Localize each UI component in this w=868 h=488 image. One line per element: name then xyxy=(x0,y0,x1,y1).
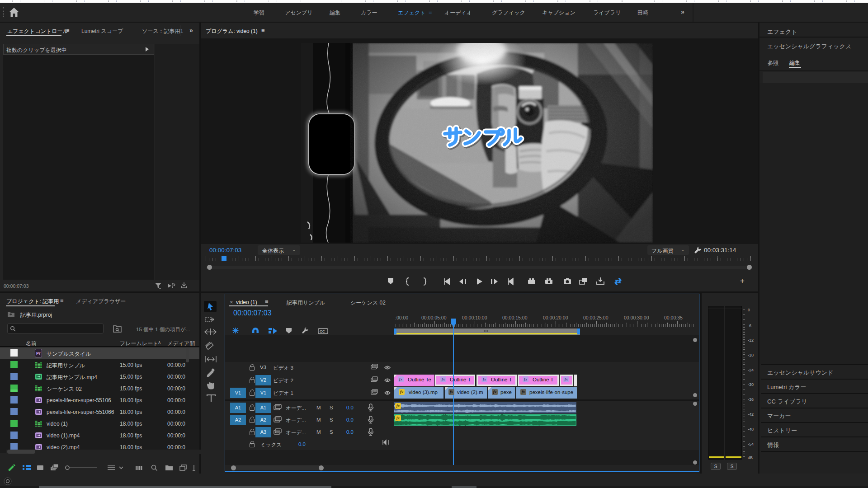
svg-text:CC: CC xyxy=(320,329,325,333)
svg-text:Pr: Pr xyxy=(36,351,41,356)
